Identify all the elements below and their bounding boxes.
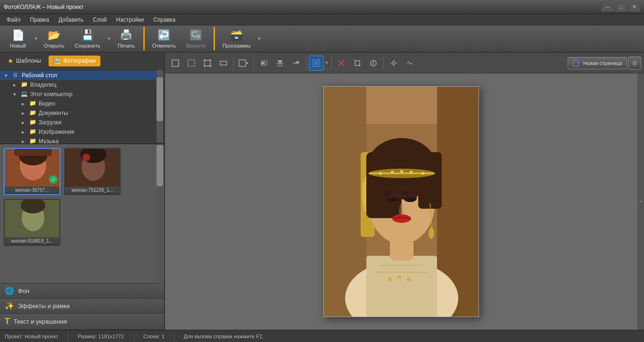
undo-icon: ↩️ — [157, 29, 170, 41]
tool-sep-4 — [331, 57, 331, 70]
toolbar-separator-1 — [143, 27, 145, 50]
star-icon: ★ — [8, 57, 14, 65]
pc-icon: 💻 — [21, 90, 28, 98]
maximize-button[interactable]: □ — [615, 2, 627, 12]
canvas-row: › — [165, 73, 644, 330]
tool-flip-v[interactable] — [272, 56, 288, 71]
tree-scrollbar[interactable] — [157, 70, 163, 143]
tab-photos[interactable]: 🖼️ Фотографии — [49, 56, 100, 66]
open-button[interactable]: 📂 Открыть — [39, 27, 69, 50]
undo-button[interactable]: ↩️ Отменить — [148, 27, 181, 50]
status-bar: Проект: Новый проект Размер: 1181x1772 С… — [0, 330, 644, 342]
panel-text[interactable]: T Текст и украшения — [0, 314, 164, 330]
svg-point-76 — [407, 277, 411, 281]
tree-item-music[interactable]: ► 📁 Музыка — [0, 137, 164, 144]
svg-point-16 — [204, 65, 206, 67]
svg-point-75 — [397, 275, 401, 279]
expander-pc: ▼ — [12, 92, 19, 97]
tool-rotate[interactable] — [289, 56, 304, 71]
tree-item-dl[interactable]: ► 📁 Загрузки — [0, 118, 164, 127]
right-sidebar[interactable]: › — [637, 73, 644, 330]
toolbar: 📄 Новый ▼ 📂 Открыть 💾 Сохранить ▼ 🖨️ Печ… — [0, 25, 644, 53]
svg-rect-38 — [573, 60, 578, 66]
photo-thumb-2[interactable]: woman-751236_1... — [64, 148, 121, 195]
title-bar-controls: ─ □ ✕ — [602, 2, 640, 12]
svg-point-60 — [400, 170, 403, 173]
new-arrow-icon: ▼ — [34, 36, 38, 41]
print-button[interactable]: 🖨️ Печать — [112, 27, 140, 50]
status-layers: Слоев: 1 — [143, 334, 165, 339]
tree-item-pc[interactable]: ▼ 💻 Этот компьютер — [0, 90, 164, 99]
status-project: Проект: Новый проект — [5, 334, 58, 339]
photo-thumb-3[interactable]: woman-918819_1... — [4, 199, 60, 246]
expander-video: ► — [21, 101, 27, 106]
tool-flip-h[interactable] — [256, 56, 272, 71]
new-page-label: Новая страница — [583, 60, 622, 66]
menu-layer[interactable]: Слой — [88, 16, 111, 24]
tool-transform[interactable] — [200, 56, 215, 71]
panel-background[interactable]: 🌐 Фон — [0, 284, 164, 299]
panel-background-label: Фон — [18, 287, 29, 294]
minimize-button[interactable]: ─ — [602, 2, 614, 12]
photo-grid-scrollbar[interactable] — [157, 145, 163, 282]
canvas-wrapper[interactable] — [165, 73, 637, 330]
tab-templates-label: Шаблоны — [16, 57, 41, 64]
redo-label: Вернуть — [186, 43, 206, 49]
new-button[interactable]: 📄 Новый — [4, 27, 32, 50]
tree-item-owner[interactable]: ► 📁 Владелец — [0, 80, 164, 90]
svg-point-59 — [391, 171, 394, 173]
panel-text-label: Текст и украшения — [14, 318, 67, 325]
tool-crop[interactable] — [350, 56, 365, 71]
photo-thumb-1[interactable]: ✓ woman-30757... — [4, 148, 60, 195]
effects-icon: ✨ — [5, 301, 14, 310]
tool-fit[interactable] — [309, 56, 324, 71]
tool-settings-1[interactable] — [386, 56, 401, 71]
svg-point-74 — [388, 277, 392, 281]
menu-edit[interactable]: Правка — [25, 16, 54, 24]
panel-effects[interactable]: ✨ Эффекты и рамки — [0, 299, 164, 314]
photo-grid[interactable]: ✓ woman-30757... woman-751236_1... — [0, 144, 164, 283]
canvas-settings-button[interactable] — [628, 57, 641, 70]
new-page-button[interactable]: Новая страница — [568, 57, 627, 69]
menu-settings[interactable]: Настройки — [111, 16, 149, 24]
tool-sep-2 — [254, 57, 254, 70]
tool-select[interactable] — [168, 56, 183, 71]
svg-point-14 — [204, 59, 206, 61]
save-arrow-icon: ▼ — [107, 36, 111, 41]
tab-templates[interactable]: ★ Шаблоны — [3, 55, 46, 66]
tool-dropdown[interactable] — [236, 56, 251, 71]
tree-item-desktop[interactable]: ▼ 🖥 Рабочий стол — [0, 71, 164, 80]
tool-move[interactable] — [184, 56, 199, 71]
tool-scale[interactable] — [216, 56, 231, 71]
tool-delete[interactable] — [334, 56, 349, 71]
tree-view[interactable]: ▼ 🖥 Рабочий стол ► 📁 Владелец ▼ 💻 Этот к… — [0, 69, 164, 144]
programs-button[interactable]: 🗃️ Программы — [218, 27, 255, 50]
expander-desktop: ▼ — [4, 73, 10, 78]
svg-point-7 — [83, 154, 90, 161]
svg-marker-27 — [295, 60, 299, 63]
menu-add[interactable]: Добавить — [54, 16, 88, 24]
close-button[interactable]: ✕ — [628, 2, 640, 12]
canvas-photo — [323, 86, 479, 317]
tree-item-video[interactable]: ► 📁 Видео — [0, 99, 164, 108]
menu-bar: Файл Правка Добавить Слой Настройки Спра… — [0, 14, 644, 25]
tool-color[interactable] — [366, 56, 381, 71]
photo-grid-scroll-thumb — [157, 145, 163, 186]
menu-help[interactable]: Справка — [149, 16, 180, 24]
print-label: Печать — [118, 43, 135, 49]
svg-rect-30 — [314, 61, 318, 65]
undo-label: Отменить — [152, 43, 176, 49]
programs-arrow-icon: ▼ — [257, 36, 261, 41]
toolbar-separator-2 — [214, 27, 215, 50]
redo-button[interactable]: ↪️ Вернуть — [182, 27, 211, 50]
tree-item-docs[interactable]: ► 📁 Документы — [0, 108, 164, 118]
tree-label-video: Видео — [39, 100, 55, 107]
settings-icon — [631, 60, 638, 66]
new-page-icon — [573, 59, 580, 67]
tool-settings-2[interactable] — [402, 56, 417, 71]
tree-label-dl: Загрузки — [39, 119, 61, 126]
menu-file[interactable]: Файл — [2, 16, 25, 24]
fit-dropdown-arrow: ▼ — [325, 61, 329, 65]
tree-item-images[interactable]: ► 📁 Изображения — [0, 127, 164, 137]
save-button[interactable]: 💾 Сохранить — [70, 27, 105, 50]
